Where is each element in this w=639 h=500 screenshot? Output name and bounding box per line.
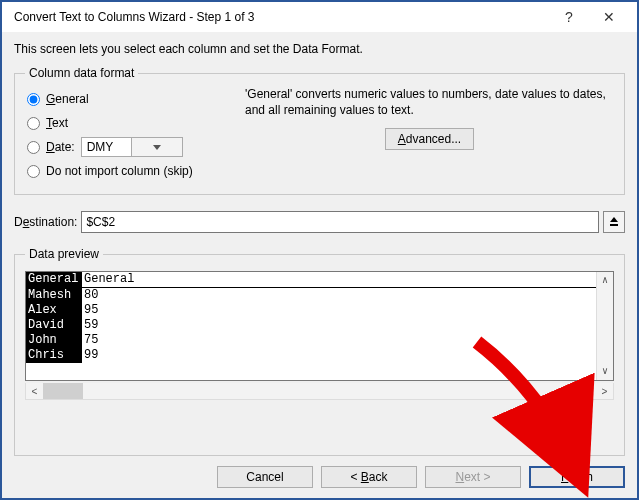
- radio-text-label[interactable]: Text: [46, 116, 68, 130]
- preview-cell: John: [26, 333, 82, 348]
- cancel-button[interactable]: Cancel: [217, 466, 313, 488]
- svg-rect-0: [610, 224, 618, 226]
- titlebar: Convert Text to Columns Wizard - Step 1 …: [2, 2, 637, 32]
- scroll-down-icon[interactable]: ∨: [597, 363, 613, 380]
- intro-text: This screen lets you select each column …: [14, 42, 625, 56]
- preview-row[interactable]: Mahesh80: [26, 288, 596, 303]
- preview-cell: Chris: [26, 348, 82, 363]
- preview-header-a: General: [26, 272, 82, 287]
- preview-cell: 99: [82, 348, 596, 363]
- horizontal-scrollbar[interactable]: < >: [25, 383, 614, 400]
- hscroll-thumb[interactable]: [43, 383, 83, 399]
- back-button[interactable]: < Back: [321, 466, 417, 488]
- chevron-down-icon: [131, 138, 182, 156]
- radio-general[interactable]: [27, 93, 40, 106]
- close-button[interactable]: ✕: [589, 9, 629, 25]
- action-bar: Cancel < Back Next > Finish: [14, 456, 625, 488]
- next-button[interactable]: Next >: [425, 466, 521, 488]
- preview-cell: 59: [82, 318, 596, 333]
- hscroll-track[interactable]: [83, 383, 596, 399]
- preview-row[interactable]: Chris99: [26, 348, 596, 363]
- radio-general-label[interactable]: General: [46, 92, 89, 106]
- preview-legend: Data preview: [25, 247, 103, 261]
- scroll-left-icon[interactable]: <: [26, 383, 43, 399]
- finish-button[interactable]: Finish: [529, 466, 625, 488]
- help-button[interactable]: ?: [549, 9, 589, 25]
- destination-input[interactable]: [81, 211, 599, 233]
- scroll-right-icon[interactable]: >: [596, 383, 613, 399]
- radio-text[interactable]: [27, 117, 40, 130]
- preview-cell: 75: [82, 333, 596, 348]
- collapse-dialog-icon[interactable]: [603, 211, 625, 233]
- preview-cell: 95: [82, 303, 596, 318]
- format-radios: General Text Date: DMY: [25, 86, 235, 184]
- radio-date-label[interactable]: Date:: [46, 140, 75, 154]
- preview-header-b: General: [82, 272, 596, 287]
- preview-row[interactable]: John75: [26, 333, 596, 348]
- dialog-body: This screen lets you select each column …: [2, 32, 637, 498]
- destination-label: Destination:: [14, 215, 77, 229]
- vertical-scrollbar[interactable]: ∧ ∨: [596, 272, 613, 380]
- preview-rows: Mahesh80Alex95David59John75Chris99: [26, 288, 596, 363]
- scroll-up-icon[interactable]: ∧: [597, 272, 613, 289]
- preview-row[interactable]: Alex95: [26, 303, 596, 318]
- format-legend: Column data format: [25, 66, 138, 80]
- preview-cell: 80: [82, 288, 596, 303]
- column-data-format-group: Column data format General Text Date:: [14, 66, 625, 195]
- preview-cell: Alex: [26, 303, 82, 318]
- preview-row[interactable]: David59: [26, 318, 596, 333]
- date-format-value: DMY: [82, 140, 132, 154]
- preview-cell: David: [26, 318, 82, 333]
- radio-date[interactable]: [27, 141, 40, 154]
- date-format-select[interactable]: DMY: [81, 137, 183, 157]
- format-desc: 'General' converts numeric values to num…: [245, 86, 614, 118]
- radio-skip[interactable]: [27, 165, 40, 178]
- preview-box: General General Mahesh80Alex95David59Joh…: [25, 271, 614, 381]
- wizard-dialog: Convert Text to Columns Wizard - Step 1 …: [0, 0, 639, 500]
- advanced-button[interactable]: Advanced...: [385, 128, 474, 150]
- destination-row: Destination:: [14, 211, 625, 233]
- vscroll-track[interactable]: [597, 289, 613, 363]
- preview-cell: Mahesh: [26, 288, 82, 303]
- preview-header[interactable]: General General: [26, 272, 596, 288]
- window-title: Convert Text to Columns Wizard - Step 1 …: [14, 10, 549, 24]
- data-preview-group: Data preview General General Mahesh80Ale…: [14, 247, 625, 456]
- radio-skip-label[interactable]: Do not import column (skip): [46, 164, 193, 178]
